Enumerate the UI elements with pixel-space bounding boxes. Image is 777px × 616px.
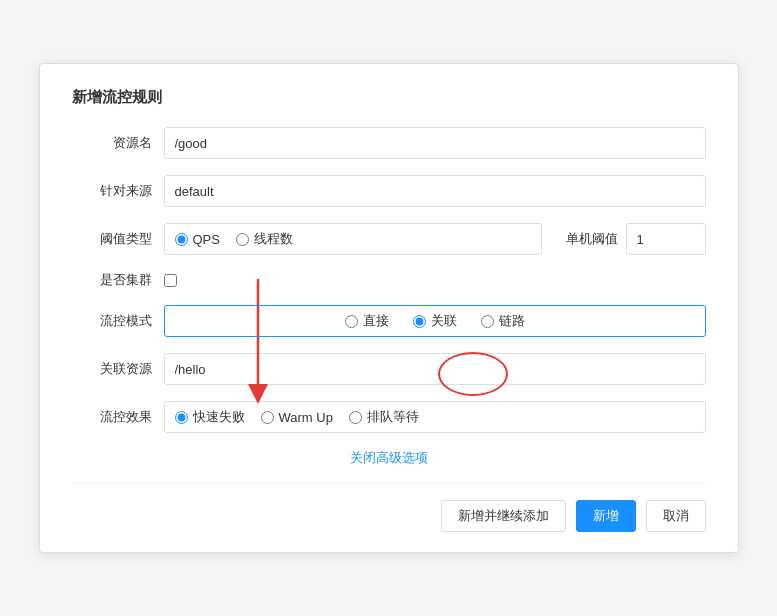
- direct-label: 直接: [363, 312, 389, 330]
- associate-resource-label: 关联资源: [72, 360, 152, 378]
- cluster-checkbox-item[interactable]: [164, 274, 177, 287]
- close-advanced-link[interactable]: 关闭高级选项: [72, 449, 706, 467]
- queue-option[interactable]: 排队等待: [349, 408, 419, 426]
- queue-label: 排队等待: [367, 408, 419, 426]
- flow-mode-row: 流控模式 直接 关联 链路: [72, 305, 706, 337]
- source-label: 针对来源: [72, 182, 152, 200]
- flow-effect-row: 流控效果 快速失败 Warm Up 排队等待: [72, 401, 706, 433]
- resource-input[interactable]: [164, 127, 706, 159]
- fast-fail-label: 快速失败: [193, 408, 245, 426]
- threshold-type-group: QPS 线程数: [164, 223, 542, 255]
- add-flow-rule-dialog: 新增流控规则 资源名 针对来源 阈值类型 QPS 线程数 单机阈值 是否集群: [39, 63, 739, 553]
- cluster-row: 是否集群: [72, 271, 706, 289]
- threshold-type-label: 阈值类型: [72, 230, 152, 248]
- associate-radio[interactable]: [413, 315, 426, 328]
- dialog-title: 新增流控规则: [72, 88, 706, 107]
- thread-option[interactable]: 线程数: [236, 230, 293, 248]
- warm-up-option[interactable]: Warm Up: [261, 410, 333, 425]
- associate-resource-input[interactable]: [164, 353, 706, 385]
- threshold-row: 阈值类型 QPS 线程数 单机阈值: [72, 223, 706, 255]
- single-threshold-label: 单机阈值: [566, 230, 618, 248]
- direct-radio[interactable]: [345, 315, 358, 328]
- add-button[interactable]: 新增: [576, 500, 636, 532]
- cluster-checkbox[interactable]: [164, 274, 177, 287]
- chain-label: 链路: [499, 312, 525, 330]
- resource-row: 资源名: [72, 127, 706, 159]
- warm-up-label: Warm Up: [279, 410, 333, 425]
- fast-fail-option[interactable]: 快速失败: [175, 408, 245, 426]
- qps-radio[interactable]: [175, 233, 188, 246]
- direct-option[interactable]: 直接: [345, 312, 389, 330]
- flow-effect-group: 快速失败 Warm Up 排队等待: [164, 401, 706, 433]
- flow-effect-label: 流控效果: [72, 408, 152, 426]
- add-continue-button[interactable]: 新增并继续添加: [441, 500, 566, 532]
- chain-option[interactable]: 链路: [481, 312, 525, 330]
- resource-label: 资源名: [72, 134, 152, 152]
- single-threshold-input[interactable]: [626, 223, 706, 255]
- thread-label: 线程数: [254, 230, 293, 248]
- qps-option[interactable]: QPS: [175, 232, 220, 247]
- flow-mode-group: 直接 关联 链路: [164, 305, 706, 337]
- fast-fail-radio[interactable]: [175, 411, 188, 424]
- chain-radio[interactable]: [481, 315, 494, 328]
- associate-label: 关联: [431, 312, 457, 330]
- arrow-annotation: [208, 279, 308, 409]
- source-row: 针对来源: [72, 175, 706, 207]
- queue-radio[interactable]: [349, 411, 362, 424]
- cluster-label: 是否集群: [72, 271, 152, 289]
- thread-radio[interactable]: [236, 233, 249, 246]
- source-input[interactable]: [164, 175, 706, 207]
- warm-up-radio[interactable]: [261, 411, 274, 424]
- button-row: 新增并继续添加 新增 取消: [72, 483, 706, 532]
- associate-option[interactable]: 关联: [413, 312, 457, 330]
- qps-label: QPS: [193, 232, 220, 247]
- flow-mode-label: 流控模式: [72, 312, 152, 330]
- cancel-button[interactable]: 取消: [646, 500, 706, 532]
- associate-resource-row: 关联资源: [72, 353, 706, 385]
